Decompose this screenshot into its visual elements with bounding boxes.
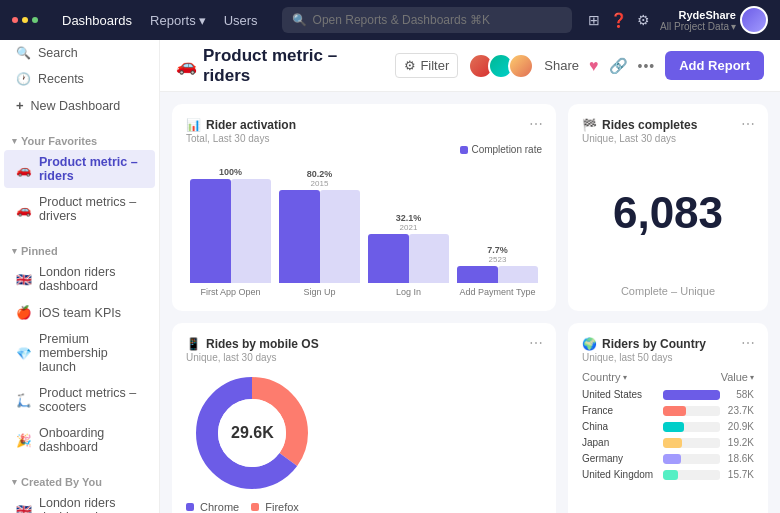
- rides-completes-card: 🏁 Rides completes Unique, Last 30 days ⋯…: [568, 104, 768, 311]
- riders-country-subtitle: Unique, last 50 days: [582, 352, 754, 363]
- sidebar-new-dashboard[interactable]: + New Dashboard: [4, 93, 155, 118]
- card-menu-country[interactable]: ⋯: [741, 335, 756, 351]
- country-bar-france: [663, 406, 720, 416]
- sidebar-item-drivers[interactable]: 🚗 Product metrics – drivers: [4, 190, 155, 228]
- logo-dot-red: [12, 17, 18, 23]
- funnel-bar-4: 7.7% 2523 Add Payment Type: [457, 167, 538, 297]
- sidebar-favorites-label: ▾ Your Favorites: [0, 127, 159, 149]
- logo-dot-yellow: [22, 17, 28, 23]
- logo-dot-green: [32, 17, 38, 23]
- country-table-header: Country ▾ Value ▾: [582, 371, 754, 383]
- riders-country-title: 🌍 Riders by Country: [582, 337, 754, 351]
- page-icon: 🚗: [176, 55, 197, 76]
- legend-chrome: Chrome: [186, 501, 239, 513]
- donut-center-value: 29.6K: [231, 424, 274, 442]
- plus-icon: +: [16, 98, 24, 113]
- value-col-header[interactable]: Value ▾: [721, 371, 754, 383]
- content-area: 🚗 Product metric – riders ⚙ Filter Share…: [160, 40, 780, 513]
- chevron-down-icon: ▾: [12, 246, 17, 256]
- rider-activation-card: 📊 Rider activation Total, Last 30 days ⋯…: [172, 104, 556, 311]
- country-row-france: France 23.7K: [582, 405, 754, 416]
- sidebar-london-riders[interactable]: 🇬🇧 London riders dashboard: [4, 260, 155, 298]
- country-bar-germany: [663, 454, 720, 464]
- card-menu-mobile[interactable]: ⋯: [529, 335, 544, 351]
- more-button[interactable]: •••: [638, 58, 656, 74]
- clock-icon: 🕐: [16, 72, 31, 86]
- country-bar-fill-germany: [663, 454, 681, 464]
- legend-firefox-dot: [251, 503, 259, 511]
- rides-completes-value: 6,083: [582, 188, 754, 238]
- topnav-dashboards[interactable]: Dashboards: [54, 9, 140, 32]
- country-row-uk: United Kingdom 15.7K: [582, 469, 754, 480]
- reports-chevron-icon: ▾: [199, 13, 206, 28]
- legend-dot: [460, 146, 468, 154]
- legend-firefox: Firefox: [251, 501, 299, 513]
- filter-button[interactable]: ⚙ Filter: [395, 53, 458, 78]
- help-icon[interactable]: ❓: [610, 12, 627, 28]
- country-row-china: China 20.9K: [582, 421, 754, 432]
- search-bar[interactable]: 🔍: [282, 7, 572, 33]
- completes-icon: 🏁: [582, 118, 597, 132]
- country-bar-us: [663, 390, 720, 400]
- sidebar-scooters[interactable]: 🛴 Product metrics – scooters: [4, 381, 155, 419]
- page-title: 🚗 Product metric – riders: [176, 46, 383, 86]
- grid-icon[interactable]: ⊞: [588, 12, 600, 28]
- add-report-button[interactable]: Add Report: [665, 51, 764, 80]
- country-bar-china: [663, 422, 720, 432]
- topnav-users[interactable]: Users: [216, 9, 266, 32]
- link-button[interactable]: 🔗: [609, 57, 628, 75]
- user-info: RydeShare All Project Data ▾: [660, 9, 736, 32]
- share-button[interactable]: Share: [544, 58, 579, 73]
- settings-icon[interactable]: ⚙: [637, 12, 650, 28]
- search-input[interactable]: [313, 13, 562, 27]
- search-icon: 🔍: [292, 13, 307, 27]
- funnel-chart: 100% First App Open: [186, 167, 542, 297]
- country-bar-fill-china: [663, 422, 684, 432]
- activation-icon: 📊: [186, 118, 201, 132]
- rider-activation-subtitle: Total, Last 30 days: [186, 133, 542, 144]
- country-row-japan: Japan 19.2K: [582, 437, 754, 448]
- sidebar: 🔍 Search 🕐 Recents + New Dashboard ▾ You…: [0, 40, 160, 513]
- user-avatar[interactable]: [740, 6, 768, 34]
- topnav-links: Dashboards Reports ▾ Users: [54, 9, 266, 32]
- funnel-bar-1: 100% First App Open: [190, 167, 271, 297]
- country-col-header[interactable]: Country ▾: [582, 371, 627, 383]
- country-bar-japan: [663, 438, 720, 448]
- country-sort-icon: ▾: [623, 373, 627, 382]
- main-layout: 🔍 Search 🕐 Recents + New Dashboard ▾ You…: [0, 40, 780, 513]
- chevron-down-icon: ▾: [731, 21, 736, 32]
- country-bar-fill-us: [663, 390, 720, 400]
- rides-completes-subtitle: Unique, Last 30 days: [582, 133, 754, 144]
- rides-mobile-title: 📱 Rides by mobile OS: [186, 337, 319, 351]
- card-menu-activation[interactable]: ⋯: [529, 116, 544, 132]
- legend-chrome-dot: [186, 503, 194, 511]
- funnel-bar-3: 32.1% 2021 Log In: [368, 167, 449, 297]
- card-menu-completes[interactable]: ⋯: [741, 116, 756, 132]
- avatar-stack: [468, 53, 534, 79]
- donut-chart: 29.6K: [192, 373, 312, 493]
- rides-mobile-card: 📱 Rides by mobile OS Unique, last 30 day…: [172, 323, 556, 513]
- heart-button[interactable]: ♥: [589, 57, 599, 75]
- dashboard-grid: 📊 Rider activation Total, Last 30 days ⋯…: [160, 92, 780, 513]
- sidebar-search[interactable]: 🔍 Search: [4, 41, 155, 65]
- sidebar-ios-kpis[interactable]: 🍎 iOS team KPIs: [4, 300, 155, 325]
- rides-completes-label: Complete – Unique: [582, 285, 754, 297]
- riders-country-card: 🌍 Riders by Country Unique, last 50 days…: [568, 323, 768, 513]
- sidebar-recents[interactable]: 🕐 Recents: [4, 67, 155, 91]
- sidebar-item-riders[interactable]: 🚗 Product metric – riders: [4, 150, 155, 188]
- filter-icon: ⚙: [404, 58, 416, 73]
- country-icon: 🌍: [582, 337, 597, 351]
- sidebar-onboarding[interactable]: 🎉 Onboarding dashboard: [4, 421, 155, 459]
- topnav-actions: ⊞ ❓ ⚙ RydeShare All Project Data ▾: [588, 6, 768, 34]
- avatar-3: [508, 53, 534, 79]
- content-header: 🚗 Product metric – riders ⚙ Filter Share…: [160, 40, 780, 92]
- topnav-reports[interactable]: Reports ▾: [142, 9, 214, 32]
- chevron-down-icon: ▾: [12, 477, 17, 487]
- sidebar-created-london[interactable]: 🇬🇧 London riders dashboard: [4, 491, 155, 513]
- sidebar-premium[interactable]: 💎 Premium membership launch: [4, 327, 155, 379]
- rider-activation-title: 📊 Rider activation: [186, 118, 542, 132]
- country-row-us: United States 58K: [582, 389, 754, 400]
- mobile-icon: 📱: [186, 337, 201, 351]
- sidebar-created-label: ▾ Created By You: [0, 468, 159, 490]
- country-bar-uk: [663, 470, 720, 480]
